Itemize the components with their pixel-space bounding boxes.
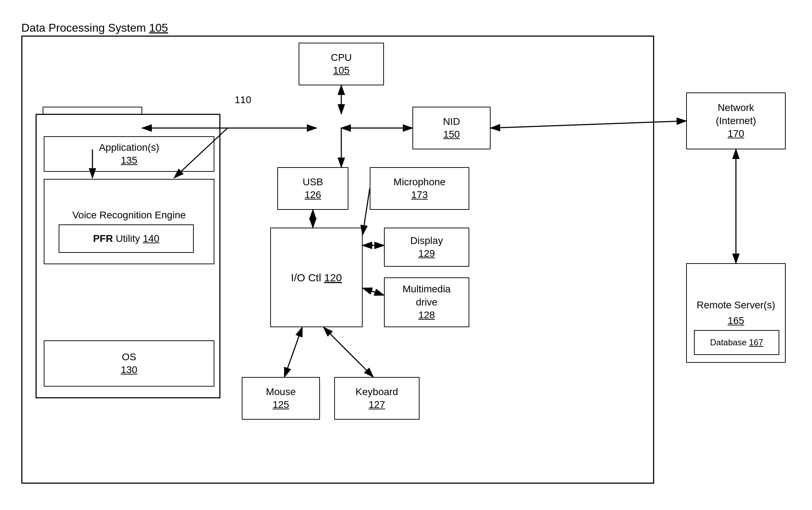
applications-label: Application(s): [99, 141, 159, 154]
nid-box: NID 150: [412, 107, 491, 149]
multimedia-label: Multimediadrive: [402, 283, 450, 309]
os-number: 130: [121, 363, 138, 376]
io-ctl-label: I/O Ctl 120: [291, 271, 342, 285]
keyboard-label: Keyboard: [356, 386, 398, 398]
mouse-box: Mouse 125: [242, 377, 320, 420]
voice-recognition-label: Voice Recognition Engine: [72, 209, 186, 222]
multimedia-number: 128: [418, 309, 435, 322]
os-label: OS: [122, 351, 136, 363]
pfr-utility-label: PFR Utility 140: [93, 232, 160, 245]
nid-number: 150: [443, 128, 460, 141]
remote-server-label: Remote Server(s): [697, 299, 775, 312]
mouse-number: 125: [273, 398, 289, 411]
mouse-label: Mouse: [266, 386, 296, 398]
diagram: Data Processing System 105 CPU 105 Stora…: [14, 14, 796, 498]
usb-box: USB 126: [277, 167, 348, 210]
microphone-label: Microphone: [394, 176, 445, 188]
usb-number: 126: [305, 188, 321, 201]
bus-label: 110: [235, 94, 251, 106]
voice-recognition-box: Voice Recognition Engine 175 PFR Utility…: [44, 179, 214, 264]
microphone-box: Microphone 173: [370, 167, 469, 210]
data-processing-system-label: Data Processing System 105: [21, 21, 168, 34]
applications-number: 135: [121, 154, 138, 167]
display-label: Display: [410, 234, 443, 247]
keyboard-box: Keyboard 127: [334, 377, 420, 420]
network-label: Network(Internet): [716, 101, 756, 127]
applications-box: Application(s) 135: [44, 136, 214, 172]
network-number: 170: [728, 127, 744, 140]
cpu-number: 105: [333, 64, 350, 77]
pfr-utility-box: PFR Utility 140: [59, 224, 194, 253]
cpu-label: CPU: [331, 51, 352, 64]
io-ctl-box: I/O Ctl 120: [270, 228, 363, 327]
system-memory-box: Application(s) 135 Voice Recognition Eng…: [36, 114, 220, 398]
nid-label: NID: [443, 115, 460, 128]
remote-server-number: 165: [728, 314, 744, 327]
network-box: Network(Internet) 170: [686, 92, 786, 149]
cpu-box: CPU 105: [299, 43, 384, 85]
display-box: Display 129: [384, 228, 469, 267]
keyboard-number: 127: [369, 398, 385, 411]
usb-label: USB: [303, 176, 323, 188]
display-number: 129: [418, 247, 435, 260]
os-box: OS 130: [44, 340, 214, 387]
microphone-number: 173: [411, 188, 428, 201]
database-label: Database 167: [710, 337, 763, 348]
remote-server-box: Remote Server(s) 165 Database 167: [686, 263, 786, 363]
multimedia-box: Multimediadrive 128: [384, 277, 469, 327]
database-box: Database 167: [694, 330, 779, 355]
